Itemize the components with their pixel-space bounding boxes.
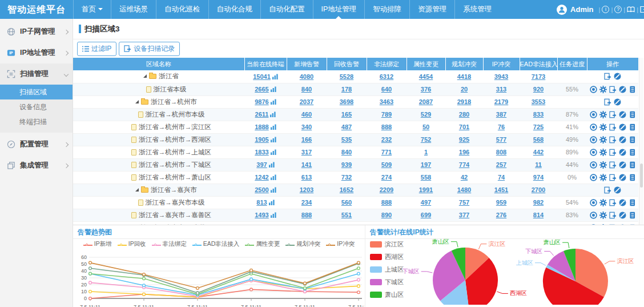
log-icon[interactable] [629,86,636,93]
disable-icon[interactable] [619,161,626,169]
alarm-count-link[interactable]: 568 [533,136,544,143]
log-icon[interactable] [629,111,636,118]
nav-item-运维场景[interactable]: 运维场景 [111,0,156,19]
filter-ip-button[interactable]: 过滤IP [77,42,116,56]
alarm-count-link[interactable]: 276 [496,212,506,218]
disable-icon[interactable] [619,199,626,206]
alarm-count-link[interactable]: 4454 [419,73,433,80]
bar-chart-icon[interactable] [271,86,276,92]
online-count-link[interactable]: 9876 [255,98,268,105]
online-count-link[interactable]: 397 [256,161,267,168]
bar-chart-icon[interactable] [271,99,276,105]
report-icon[interactable] [609,224,617,225]
alarm-count-link[interactable]: 165 [341,111,352,118]
settings-icon[interactable] [599,224,607,225]
sidebar-item-IP子网管理[interactable]: IP子网管理 [0,21,73,42]
alarm-count-link[interactable]: 232 [381,136,392,143]
alarm-count-link[interactable]: 2918 [457,98,471,105]
alarm-count-link[interactable]: 431 [381,224,392,225]
region-name-cell[interactable]: 浙江省→杭州市→滨江区 [73,121,244,133]
sidebar-item-集成管理[interactable]: 集成管理 [0,155,73,176]
logout-icon[interactable] [640,6,644,13]
disable-icon[interactable] [619,111,626,118]
alarm-count-link[interactable]: 1991 [419,186,433,193]
alarm-count-link[interactable]: 166 [301,136,312,143]
alarm-count-link[interactable]: 42 [461,174,468,181]
alarm-count-link[interactable]: 340 [301,123,312,130]
alarm-count-link[interactable]: 701 [459,123,469,130]
alarm-count-link[interactable]: 3463 [380,98,393,105]
alarm-count-link[interactable]: 346 [459,224,469,225]
bar-chart-icon[interactable] [269,162,275,168]
sidebar-subitem-终端扫描[interactable]: 终端扫描 [0,114,73,129]
bar-chart-icon[interactable] [271,212,276,218]
report-icon[interactable] [609,86,617,93]
log-icon[interactable] [629,224,636,225]
alarm-count-link[interactable]: 76 [498,123,505,130]
alarm-count-link[interactable]: 1480 [457,186,471,193]
online-count-link[interactable]: 1888 [255,123,268,130]
bar-chart-icon[interactable] [271,149,276,155]
alarm-count-link[interactable]: 529 [421,111,431,118]
sidebar-item-扫描管理[interactable]: 扫描管理 [0,63,73,85]
log-icon[interactable] [629,149,636,156]
table-scrollbar[interactable] [639,58,643,225]
alarm-count-link[interactable]: 178 [341,86,352,93]
settings-icon[interactable] [599,149,607,156]
record-icon[interactable] [590,174,597,181]
alarm-count-link[interactable]: 74 [498,174,505,181]
region-name-cell[interactable]: 浙江省→杭州市 [73,95,244,108]
nav-item-资源管理[interactable]: 资源管理 [409,0,454,19]
settings-icon[interactable] [599,123,607,131]
alarm-count-link[interactable]: 313 [496,86,506,93]
nav-item-系统管理[interactable]: 系统管理 [454,0,500,19]
alarm-count-link[interactable]: 560 [341,199,352,206]
alarm-count-link[interactable]: 460 [301,111,312,118]
settings-icon[interactable] [599,174,607,181]
disable-icon[interactable] [614,98,621,106]
alarm-count-link[interactable]: 509 [381,161,392,168]
alarm-count-link[interactable]: 141 [301,161,312,168]
username[interactable]: Admin [570,5,593,14]
disable-icon[interactable] [619,123,626,131]
report-icon[interactable] [609,161,617,169]
manual-icon[interactable] [627,6,635,13]
settings-icon[interactable] [599,212,607,219]
alarm-count-link[interactable]: 197 [421,161,431,168]
record-icon[interactable] [590,212,597,219]
alarm-count-link[interactable]: 808 [496,149,506,156]
report-icon[interactable] [609,174,617,181]
settings-icon[interactable] [599,136,607,143]
alarm-count-link[interactable]: 2087 [419,98,433,105]
region-name-cell[interactable]: 浙江省本级 [73,83,244,95]
disable-icon[interactable] [614,186,621,194]
alarm-count-link[interactable]: 5528 [340,73,353,80]
region-name-cell[interactable]: 浙江省→杭州市→萧山区 [73,171,244,184]
alarm-count-link[interactable]: 732 [341,174,352,181]
alarm-count-link[interactable]: 3553 [532,98,545,105]
report-icon[interactable] [609,111,617,118]
online-count-link[interactable]: 104 [256,224,267,225]
region-name-cell[interactable]: 浙江省→嘉兴市本级 [73,196,244,209]
region-name-cell[interactable]: 浙江省→嘉兴市 [73,184,244,196]
disable-icon[interactable] [619,212,626,219]
alarm-count-link[interactable]: 757 [459,199,469,206]
region-name-cell[interactable]: 浙江省→嘉兴市→嘉善区 [73,209,244,221]
alarm-count-link[interactable]: 1203 [300,186,313,193]
disable-icon[interactable] [619,86,626,93]
alarm-count-link[interactable]: 442 [533,149,544,156]
bar-chart-icon[interactable] [269,200,275,205]
alarm-count-link[interactable]: 535 [341,136,352,143]
region-name-cell[interactable]: 浙江省→杭州市→西湖区 [73,133,244,146]
record-icon[interactable] [590,224,597,225]
alarm-count-link[interactable]: 234 [301,199,312,206]
alarm-count-link[interactable]: 20 [461,86,468,93]
record-icon[interactable] [590,199,597,206]
alarm-count-link[interactable]: 840 [301,86,312,93]
alarm-count-link[interactable]: 814 [533,212,544,218]
record-icon[interactable] [590,161,597,169]
disable-icon[interactable] [619,149,626,156]
alarm-count-link[interactable]: 377 [459,212,469,218]
online-count-link[interactable]: 2665 [255,86,268,93]
alarm-count-link[interactable]: 904 [533,224,544,225]
